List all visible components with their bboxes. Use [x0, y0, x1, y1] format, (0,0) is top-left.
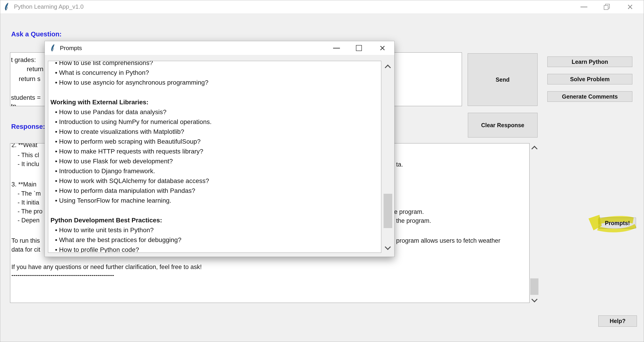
response-text-fragment: ta. [396, 161, 403, 168]
minimize-icon [333, 48, 340, 49]
response-text-fragment: e program. [394, 208, 424, 216]
prompt-line: • How to perform web scraping with Beaut… [50, 136, 381, 146]
scroll-up-arrow[interactable] [530, 145, 539, 152]
prompt-line: Python Development Best Practices: [50, 215, 381, 225]
response-scrollbar[interactable] [530, 144, 539, 303]
help-button[interactable]: Help? [598, 315, 637, 327]
learn-python-button[interactable]: Learn Python [547, 57, 632, 67]
chevron-up-icon [531, 146, 538, 152]
prompts-titlebar: Prompts × [45, 41, 394, 55]
question-text-fragment: students = [11, 94, 41, 101]
restore-button[interactable] [597, 0, 616, 14]
response-text-fragment: program allows users to fetch weather [396, 237, 500, 244]
scroll-down-arrow[interactable] [383, 243, 392, 250]
prompt-line: • What are the best practices for debugg… [50, 235, 381, 245]
prompt-line: • How to make HTTP requests with request… [50, 146, 381, 156]
question-text-fragment: return [27, 65, 44, 73]
prompts-scrollbar-thumb[interactable] [384, 194, 392, 228]
prompt-line: • How to write unit tests in Python? [50, 225, 381, 235]
response-scrollbar-thumb[interactable] [530, 278, 538, 295]
prompt-line: • How to use list comprehensions? [50, 61, 381, 68]
restore-icon [604, 4, 610, 10]
dialog-title: Prompts [60, 45, 82, 52]
generate-comments-button[interactable]: Generate Comments [547, 91, 632, 102]
response-text-fragment: 2. **Weat [12, 143, 38, 149]
scroll-up-arrow[interactable] [383, 64, 392, 71]
scroll-down-arrow[interactable] [530, 296, 539, 303]
question-text-fragment: t grades: [11, 56, 36, 64]
python-feather-icon [4, 3, 10, 11]
maximize-icon [356, 45, 362, 51]
window-title: Python Learning App_v1.0 [14, 3, 84, 10]
minimize-button[interactable] [574, 0, 594, 14]
prompt-line: • How to use Pandas for data analysis? [50, 107, 381, 117]
question-text-fragment: tn.. [11, 102, 20, 106]
prompts-button[interactable]: Prompts! [599, 218, 636, 229]
close-button[interactable]: × [620, 0, 640, 14]
dialog-minimize-button[interactable] [326, 41, 347, 55]
prompt-line: • How to profile Python code? [50, 245, 381, 253]
prompt-line: • How to work with SQLAlchemy for databa… [50, 176, 381, 186]
close-icon: × [627, 2, 633, 12]
response-text-fragment: 3. **Main [12, 181, 36, 188]
prompts-dialog: Prompts × • How to use list comprehensio… [44, 41, 394, 257]
minimize-icon [580, 7, 587, 7]
chevron-down-icon [531, 296, 538, 302]
response-label: Response: [11, 123, 45, 130]
response-text-fragment: To run this [12, 237, 40, 244]
response-text-fragment: ----------------------------------------… [12, 272, 114, 279]
prompts-scrollbar[interactable] [383, 61, 393, 252]
prompt-line: • How to create visualizations with Matp… [50, 127, 381, 136]
prompt-line: • How to use asyncio for asynchronous pr… [50, 78, 381, 87]
response-text-fragment: the program. [396, 217, 431, 224]
dialog-maximize-button[interactable] [348, 41, 369, 55]
python-feather-icon [51, 44, 56, 52]
prompt-line [50, 87, 381, 97]
send-button[interactable]: Send [468, 53, 538, 106]
prompt-line [50, 206, 381, 215]
prompt-line: • How to use Flask for web development? [50, 156, 381, 166]
prompt-line: • Introduction to using NumPy for numeri… [50, 117, 381, 127]
chevron-down-icon [385, 244, 391, 250]
prompt-line: • What is concurrency in Python? [50, 68, 381, 78]
prompt-line: • Using TensorFlow for machine learning. [50, 196, 381, 206]
response-text-fragment: - The `m [18, 190, 41, 197]
clear-response-button[interactable]: Clear Response [468, 113, 538, 137]
prompts-text-area[interactable]: • How to use list comprehensions?• What … [48, 61, 381, 253]
response-text-fragment: - The pro [18, 208, 42, 215]
prompts-list: • How to use list comprehensions?• What … [50, 61, 381, 253]
ask-question-label: Ask a Question: [11, 31, 62, 38]
response-text-fragment: - It initia [18, 199, 39, 206]
prompt-line: Working with External Libraries: [50, 97, 381, 107]
python-learning-app-window: Python Learning App_v1.0 × Ask a Questio… [0, 0, 644, 342]
response-text-fragment: data for cit [12, 246, 40, 253]
prompt-line: • How to perform data manipulation with … [50, 186, 381, 196]
question-text-fragment: return s [19, 75, 40, 83]
prompt-line: • Introduction to Django framework. [50, 166, 381, 176]
dialog-close-button[interactable]: × [372, 41, 394, 55]
response-text-fragment: - It inclu [18, 160, 39, 168]
response-text-fragment: - Depen [18, 217, 40, 224]
response-text-fragment: If you have any questions or need furthe… [12, 263, 202, 271]
response-text-fragment: - This cl [18, 151, 39, 159]
chevron-up-icon [385, 65, 391, 71]
main-titlebar: Python Learning App_v1.0 × [0, 0, 644, 14]
solve-problem-button[interactable]: Solve Problem [547, 74, 632, 84]
close-icon: × [380, 43, 386, 53]
